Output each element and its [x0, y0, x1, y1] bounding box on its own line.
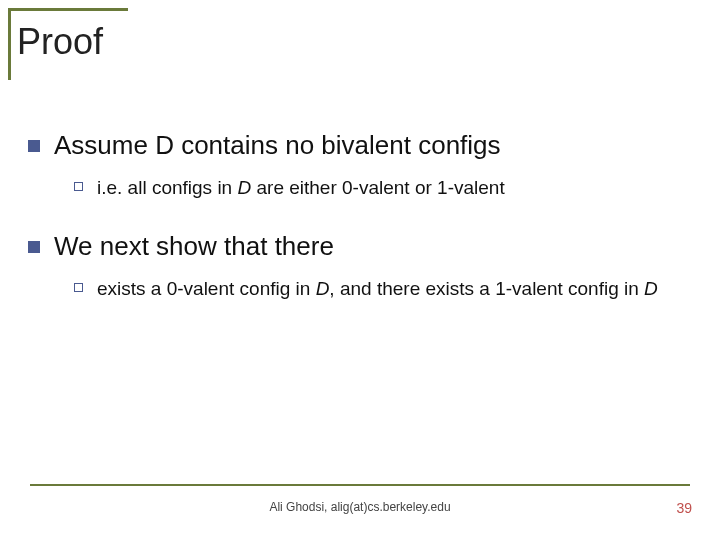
list-subitem-text: exists a 0-valent config in D, and there… [97, 276, 658, 302]
list-subitem-text: i.e. all configs in D are either 0-valen… [97, 175, 505, 201]
list-item-text: Assume D contains no bivalent configs [54, 130, 501, 161]
list-subitem: exists a 0-valent config in D, and there… [74, 276, 696, 302]
slide-title: Proof [17, 21, 128, 63]
list-item-text: We next show that there [54, 231, 334, 262]
list-item: Assume D contains no bivalent configs [28, 130, 696, 161]
title-bar: Proof [8, 8, 128, 80]
list-item: We next show that there [28, 231, 696, 262]
square-bullet-icon [28, 241, 40, 253]
footer: Ali Ghodsi, alig(at)cs.berkeley.edu 39 [0, 500, 720, 520]
square-bullet-icon [28, 140, 40, 152]
open-square-bullet-icon [74, 283, 83, 292]
footer-center-text: Ali Ghodsi, alig(at)cs.berkeley.edu [0, 500, 720, 514]
slide: Proof Assume D contains no bivalent conf… [0, 0, 720, 540]
list-subitem: i.e. all configs in D are either 0-valen… [74, 175, 696, 201]
open-square-bullet-icon [74, 182, 83, 191]
slide-body: Assume D contains no bivalent configs i.… [28, 130, 696, 331]
page-number: 39 [676, 500, 692, 516]
divider [30, 484, 690, 486]
